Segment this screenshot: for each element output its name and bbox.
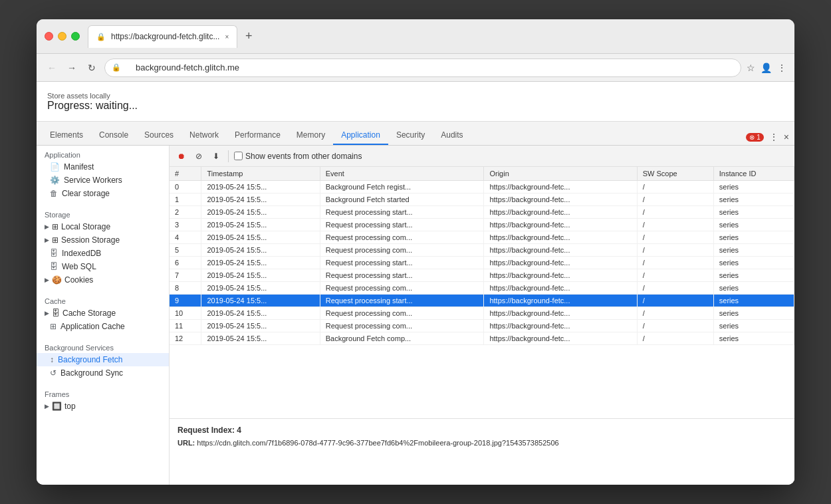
table-row[interactable]: 42019-05-24 15:5...Request processing co… (170, 231, 794, 244)
tab-elements[interactable]: Elements (42, 126, 91, 145)
table-cell-0: 12 (170, 332, 201, 345)
col-event: Event (320, 167, 484, 181)
table-cell-0: 9 (170, 295, 201, 307)
table-cell-3: https://background-fetc... (484, 257, 637, 269)
table-cell-5: series (713, 282, 794, 295)
manifest-icon: 📄 (50, 162, 60, 172)
forward-button[interactable]: → (64, 63, 79, 73)
back-button[interactable]: ← (45, 63, 59, 73)
new-tab-button[interactable]: + (240, 28, 257, 45)
table-row[interactable]: 72019-05-24 15:5...Request processing st… (170, 269, 794, 282)
tab-application[interactable]: Application (333, 126, 388, 145)
sidebar-section-frames: Frames (37, 385, 169, 400)
sidebar-item-top-frame[interactable]: ▶ 🔲 top (37, 400, 169, 413)
menu-icon[interactable]: ⋮ (777, 63, 786, 73)
table-row[interactable]: 52019-05-24 15:5...Request processing co… (170, 244, 794, 257)
url-value: https://cdn.glitch.com/7f1b6896-078d-477… (197, 439, 558, 447)
table-row[interactable]: 02019-05-24 15:5...Background Fetch regi… (170, 181, 794, 193)
tab-favicon: 🔒 (96, 33, 106, 41)
minimize-button[interactable] (58, 32, 66, 41)
sidebar-application-cache-label: Application Cache (60, 322, 125, 331)
sidebar-item-indexeddb[interactable]: 🗄 IndexedDB (37, 247, 169, 260)
sidebar-indexeddb-label: IndexedDB (62, 249, 101, 258)
page-label: Store assets locally (47, 92, 784, 100)
expand-arrow-top: ▶ (45, 403, 49, 410)
record-button[interactable]: ⏺ (175, 150, 188, 163)
address-input[interactable]: 🔒 background-fetch.glitch.me (104, 59, 741, 77)
table-cell-5: series (713, 332, 794, 345)
background-sync-icon: ↺ (50, 368, 57, 378)
sidebar: Application 📄 Manifest ⚙️ Service Worker… (37, 146, 170, 485)
sidebar-item-local-storage[interactable]: ▶ ⊞ Local Storage (37, 220, 169, 233)
table-cell-5: series (713, 219, 794, 231)
reload-button[interactable]: ↻ (84, 63, 99, 73)
table-cell-3: https://background-fetc... (484, 320, 637, 332)
cache-storage-icon: 🗄 (52, 309, 60, 318)
bookmark-icon[interactable]: ☆ (747, 63, 755, 73)
tab-security[interactable]: Security (388, 126, 433, 145)
more-options-icon[interactable]: ⋮ (769, 132, 778, 142)
table-cell-4: / (637, 257, 713, 269)
table-cell-2: Request processing com... (320, 282, 484, 295)
tab-memory[interactable]: Memory (289, 126, 333, 145)
application-cache-icon: ⊞ (50, 322, 57, 331)
tab-audits[interactable]: Audits (433, 126, 471, 145)
table-cell-1: 2019-05-24 15:5... (201, 332, 320, 345)
browser-window: 🔒 https://background-fetch.glitc... × + … (37, 19, 794, 485)
table-row[interactable]: 112019-05-24 15:5...Request processing c… (170, 320, 794, 332)
tab-network[interactable]: Network (181, 126, 227, 145)
frame-icon: 🔲 (52, 402, 62, 411)
tab-performance[interactable]: Performance (227, 126, 289, 145)
table-cell-5: series (713, 269, 794, 282)
table-row[interactable]: 92019-05-24 15:5...Request processing st… (170, 295, 794, 307)
sidebar-item-cookies[interactable]: ▶ 🍪 Cookies (37, 273, 169, 287)
sidebar-item-application-cache[interactable]: ⊞ Application Cache (37, 320, 169, 333)
table-cell-5: series (713, 257, 794, 269)
sidebar-item-service-workers[interactable]: ⚙️ Service Workers (37, 174, 169, 187)
sidebar-item-background-fetch[interactable]: ↕ Background Fetch (37, 353, 169, 366)
table-row[interactable]: 82019-05-24 15:5...Request processing co… (170, 282, 794, 295)
sidebar-item-clear-storage[interactable]: 🗑 Clear storage (37, 187, 169, 200)
tab-console[interactable]: Console (91, 126, 136, 145)
cookies-icon: 🍪 (52, 275, 62, 285)
active-tab[interactable]: 🔒 https://background-fetch.glitc... × (88, 25, 237, 48)
table-cell-3: https://background-fetc... (484, 282, 637, 295)
table-cell-5: series (713, 295, 794, 307)
table-row[interactable]: 32019-05-24 15:5...Request processing st… (170, 219, 794, 231)
profile-icon[interactable]: 👤 (761, 63, 772, 73)
clear-storage-icon: 🗑 (50, 189, 58, 198)
download-button[interactable]: ⬇ (209, 150, 223, 163)
page-progress: Progress: waiting... (47, 100, 784, 112)
close-devtools-icon[interactable]: × (784, 132, 789, 142)
table-row[interactable]: 62019-05-24 15:5...Request processing st… (170, 257, 794, 269)
sidebar-item-manifest[interactable]: 📄 Manifest (37, 160, 169, 174)
stop-button[interactable]: ⊘ (192, 150, 205, 163)
table-row[interactable]: 12019-05-24 15:5...Background Fetch star… (170, 193, 794, 206)
close-button[interactable] (45, 32, 53, 41)
tab-sources[interactable]: Sources (136, 126, 181, 145)
sidebar-item-cache-storage[interactable]: ▶ 🗄 Cache Storage (37, 307, 169, 320)
main-content-panel: ⏺ ⊘ ⬇ Show events from other domains (170, 146, 794, 485)
table-cell-3: https://background-fetc... (484, 244, 637, 257)
show-events-checkbox[interactable] (234, 152, 243, 160)
table-cell-4: / (637, 332, 713, 345)
sidebar-local-storage-label: Local Storage (61, 222, 110, 231)
sidebar-item-session-storage[interactable]: ▶ ⊞ Session Storage (37, 233, 169, 247)
table-cell-4: / (637, 206, 713, 219)
detail-url-line: URL: https://cdn.glitch.com/7f1b6896-078… (178, 438, 786, 449)
table-row[interactable]: 122019-05-24 15:5...Background Fetch com… (170, 332, 794, 345)
table-row[interactable]: 22019-05-24 15:5...Request processing st… (170, 206, 794, 219)
table-cell-2: Background Fetch regist... (320, 181, 484, 193)
table-row[interactable]: 102019-05-24 15:5...Request processing c… (170, 307, 794, 320)
sidebar-cache-storage-label: Cache Storage (62, 309, 116, 318)
url-label: URL: (178, 439, 195, 447)
table-cell-4: / (637, 231, 713, 244)
table-cell-0: 3 (170, 219, 201, 231)
sidebar-item-background-sync[interactable]: ↺ Background Sync (37, 366, 169, 380)
devtools-tab-actions: ⊗ 1 ⋮ × (746, 132, 789, 145)
table-cell-3: https://background-fetc... (484, 269, 637, 282)
table-cell-1: 2019-05-24 15:5... (201, 269, 320, 282)
maximize-button[interactable] (71, 32, 80, 41)
tab-close-button[interactable]: × (225, 33, 229, 41)
sidebar-item-web-sql[interactable]: 🗄 Web SQL (37, 260, 169, 273)
